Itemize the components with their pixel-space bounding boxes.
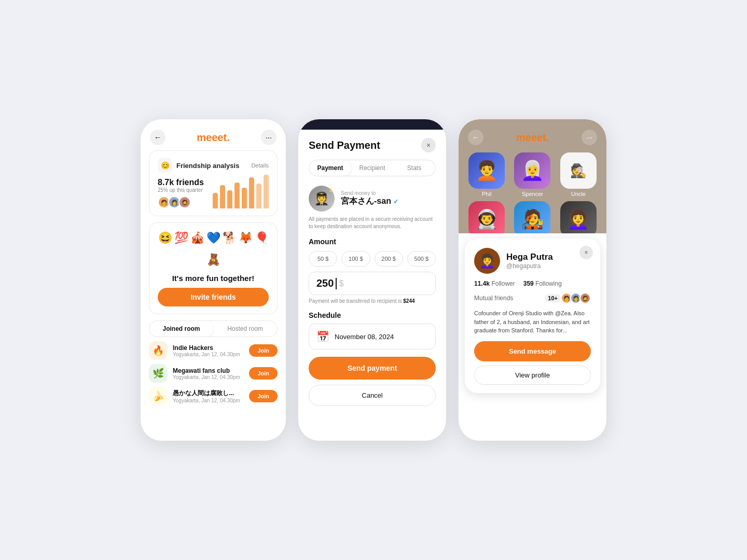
bar-chart (213, 183, 269, 208)
phone1-logo: meeet. (197, 132, 229, 144)
following-stat: 359 Following (523, 280, 562, 287)
room-name: Indie Hackers (173, 344, 244, 352)
join-button[interactable]: Join (249, 367, 278, 380)
transfer-note: Payment will be transfered to recipient … (309, 298, 436, 304)
back-button[interactable]: ← (150, 130, 165, 145)
currency-symbol: $ (339, 279, 343, 288)
friendship-card: 😊 Friendship analysis Details 8.7k frien… (149, 150, 278, 216)
phone2-topbar (298, 119, 446, 130)
room-icon: 🔥 (149, 341, 168, 360)
bar (256, 184, 261, 208)
tab-hosted-room[interactable]: Hosted room (213, 321, 277, 337)
contact-avatar-phil: 🧑‍🦱 (468, 152, 505, 189)
back-button[interactable]: ← (468, 130, 483, 145)
contact-cell-r3[interactable]: 👩‍🦱 (558, 201, 599, 233)
emoji-scatter: 😆 💯 🎪 💙 🐕 🦊 🎈 🧸 (158, 228, 269, 270)
mutual-count: 10+ (545, 294, 561, 302)
phone3-bg: ← meeet. ··· 🧑‍🦱 Phil 👩‍🦳 Spencer 🕵️ Unc… (459, 119, 606, 233)
send-to-label: Send money to (341, 190, 398, 196)
calendar-icon: 📅 (316, 330, 329, 343)
contact-avatar-spencer: 👩‍🦳 (514, 152, 550, 189)
profile-name: Hega Putra (506, 252, 553, 262)
verified-badge: ✓ (393, 198, 398, 205)
chip-500[interactable]: 500 $ (407, 251, 436, 267)
phone1-header: ← meeet. ··· (141, 119, 286, 150)
invite-button[interactable]: Invite friends (158, 288, 269, 306)
date-picker[interactable]: 📅 November 08, 2024 (309, 324, 436, 349)
details-button[interactable]: Details (251, 162, 269, 169)
tab-stats[interactable]: Stats (393, 160, 435, 176)
contact-cell-r2[interactable]: 🧑‍🎤 (511, 201, 553, 233)
contact-cell-phil[interactable]: 🧑‍🦱 Phil (466, 152, 507, 197)
amount-chips: 50 $ 100 $ 200 $ 500 $ (309, 251, 436, 267)
mutual-friends-row: Mutual friends 10+ 🧑 👩 🧔 (474, 292, 591, 304)
contact-avatar-r1: 👨‍🚀 (468, 201, 505, 233)
recipient-avatar: 🧑‍✈️ 👑 (309, 186, 335, 212)
send-payment-title: Send Payment (309, 139, 380, 151)
contact-cell-uncle[interactable]: 🕵️ Uncle (558, 152, 599, 197)
tab-joined-room[interactable]: Joined room (149, 321, 213, 337)
profile-stats: 11.4k Follower 359 Following (474, 280, 591, 287)
avatar: 🧔 (178, 196, 191, 208)
contact-cell-spencer[interactable]: 👩‍🦳 Spencer (511, 152, 553, 197)
contact-avatar-r2: 🧑‍🎤 (514, 201, 550, 233)
chip-50[interactable]: 50 $ (309, 251, 337, 267)
join-button[interactable]: Join (249, 344, 278, 357)
profile-handle: @hegaputra (506, 262, 553, 270)
bar (234, 183, 240, 208)
view-profile-button[interactable]: View profile (474, 366, 591, 385)
friendship-icon: 😊 (158, 158, 172, 173)
friends-count: 8.7k friends (158, 178, 204, 187)
room-location: Yogyakarta, Jan 12, 04.30pm (173, 374, 244, 380)
amount-label: Amount (309, 237, 436, 246)
room-name: Megawati fans club (173, 367, 244, 374)
bar (213, 193, 218, 208)
phone-2: Send Payment × Payment Recipient Stats 🧑… (298, 119, 446, 441)
room-list: 🔥 Indie Hackers Yogyakarta, Jan 12, 04.3… (141, 341, 286, 405)
menu-button[interactable]: ··· (261, 130, 276, 145)
chip-100[interactable]: 100 $ (341, 251, 370, 267)
profile-bio: Cofounder of Orenji Studio with @Zea. Al… (474, 309, 591, 335)
crown-icon: 👑 (328, 186, 335, 192)
contact-name-uncle: Uncle (571, 191, 586, 197)
profile-avatar: 👩‍🦱 (474, 248, 500, 274)
contact-grid-row1: 🧑‍🦱 Phil 👩‍🦳 Spencer 🕵️ Uncle (459, 152, 606, 197)
room-location: Yogyakarta, Jan 12, 04.30pm (173, 398, 244, 403)
recipient-name: 宮本さん-san ✓ (341, 196, 398, 207)
send-payment-button[interactable]: Send payment (309, 357, 436, 380)
phone-3: ← meeet. ··· 🧑‍🦱 Phil 👩‍🦳 Spencer 🕵️ Unc… (459, 119, 606, 441)
bar (227, 190, 232, 208)
room-name: 愚かな人間は腐敗し... (173, 389, 244, 398)
amount-input[interactable]: 250 $ (309, 272, 436, 295)
contact-grid-row2: 👨‍🚀 🧑‍🎤 👩‍🦱 (459, 201, 606, 233)
contact-avatar-uncle: 🕵️ (560, 152, 597, 189)
fun-title: It's more fun together! (158, 274, 269, 283)
room-icon: 🍌 (149, 387, 168, 405)
chip-200[interactable]: 200 $ (375, 251, 403, 267)
cancel-button[interactable]: Cancel (309, 385, 436, 406)
list-item: 🔥 Indie Hackers Yogyakarta, Jan 12, 04.3… (149, 341, 278, 360)
tab-payment[interactable]: Payment (309, 160, 351, 176)
payment-tabs: Payment Recipient Stats (309, 160, 436, 176)
phone3-header: ← meeet. ··· (459, 119, 606, 150)
popup-close-button[interactable]: × (579, 246, 593, 259)
profile-popup: × 👩‍🦱 Hega Putra @hegaputra 11.4k Follow… (465, 239, 600, 393)
friends-up: 25% up this quarter (158, 187, 204, 193)
tab-recipient[interactable]: Recipient (351, 160, 393, 176)
bar (264, 175, 269, 208)
mutual-avatars: 🧑 👩 🧔 (563, 292, 591, 304)
follower-stat: 11.4k Follower (474, 280, 515, 287)
contact-name-spencer: Spencer (522, 191, 543, 197)
amount-value: 250 (316, 277, 334, 289)
send-message-button[interactable]: Send message (474, 341, 591, 361)
bar (220, 185, 225, 208)
friendship-title: Friendship analysis (176, 162, 239, 170)
list-item: 🍌 愚かな人間は腐敗し... Yogyakarta, Jan 12, 04.30… (149, 387, 278, 405)
contact-cell-r1[interactable]: 👨‍🚀 (466, 201, 507, 233)
menu-button[interactable]: ··· (582, 130, 597, 145)
join-button[interactable]: Join (249, 390, 278, 402)
avatar: 🧔 (579, 292, 591, 304)
close-button[interactable]: × (421, 138, 436, 152)
fun-card: 😆 💯 🎪 💙 🐕 🦊 🎈 🧸 It's more fun together! … (149, 222, 278, 314)
secure-note: All payments are placed in a secure rece… (309, 216, 436, 230)
